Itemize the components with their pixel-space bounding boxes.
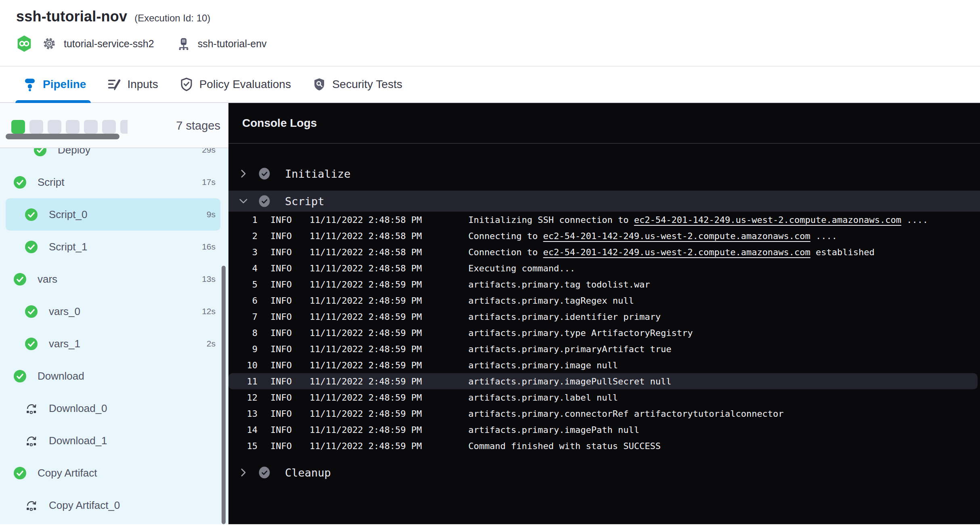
stage-row-vars-0[interactable]: vars_0 12s [6, 295, 220, 328]
log-level: INFO [270, 247, 292, 257]
stage-label: Download_0 [49, 402, 107, 415]
log-message-text: artifacts.primary.image null [468, 360, 618, 370]
stages-progress-header: 7 stages [0, 103, 228, 148]
stage-row-vars[interactable]: vars 13s [6, 263, 220, 295]
stage-row-copy-artifact[interactable]: Copy Artifact [6, 457, 220, 489]
log-level: INFO [270, 231, 292, 241]
stage-list: Deploy 29s Script 17s Script_0 9s Script… [0, 148, 228, 524]
tab-pipeline[interactable]: Pipeline [23, 67, 86, 102]
chevron-right-icon[interactable] [239, 169, 248, 178]
service-gear-icon [42, 36, 57, 51]
log-message: artifacts.primary.tagRegex null [468, 296, 634, 306]
log-section-script[interactable]: Script [228, 191, 980, 212]
log-message-text: artifacts.primary.imagePullSecret null [468, 376, 671, 386]
log-message: Initializing SSH connection to ec2-54-20… [468, 215, 928, 225]
inputs-icon [107, 77, 121, 92]
log-message-text: .... [810, 231, 837, 241]
stage-progress-square [66, 120, 80, 134]
chevron-right-icon[interactable] [239, 468, 248, 477]
tab-inputs-label: Inputs [127, 78, 158, 91]
log-host-link[interactable]: ec2-54-201-142-249.us-west-2.compute.ama… [634, 215, 901, 225]
success-icon [14, 176, 26, 189]
stage-row-vars-1[interactable]: vars_1 2s [6, 328, 220, 360]
tab-security-tests[interactable]: Security Tests [312, 67, 402, 102]
success-icon [14, 370, 26, 382]
stage-label: vars [38, 273, 57, 286]
log-line-number: 7 [228, 312, 258, 322]
log-line: 12INFO11/11/2022 2:48:59 PMartifacts.pri… [228, 389, 980, 405]
log-line: 2INFO11/11/2022 2:48:58 PMConnecting to … [228, 228, 980, 244]
stage-row-download[interactable]: Download [6, 360, 220, 392]
success-icon [25, 208, 38, 221]
environment-name[interactable]: ssh-tutorial-env [198, 38, 267, 50]
log-level: INFO [270, 425, 292, 435]
stage-progress-square [102, 120, 116, 134]
log-line-number: 11 [228, 376, 258, 386]
stage-label: Deploy [58, 148, 90, 156]
success-icon [25, 241, 38, 253]
log-section-initialize[interactable]: Initialize [228, 162, 980, 185]
log-message-text: artifacts.primary.connectorRef artifacto… [468, 409, 783, 419]
log-message-text: Connecting to [468, 231, 543, 241]
chevron-down-icon[interactable] [239, 197, 248, 206]
stages-vertical-scrollbar[interactable] [222, 266, 226, 524]
stage-label: vars_0 [49, 305, 80, 318]
log-message: Connection to ec2-54-201-142-249.us-west… [468, 247, 875, 257]
stages-horizontal-scrollbar[interactable] [6, 134, 119, 139]
log-timestamp: 11/11/2022 2:48:58 PM [310, 247, 422, 257]
log-line: 5INFO11/11/2022 2:48:59 PMartifacts.prim… [228, 276, 980, 292]
stage-label: Script [38, 176, 64, 189]
log-level: INFO [270, 376, 292, 386]
stage-row-copy-artifact-0[interactable]: Copy Artifact_0 [6, 489, 220, 521]
stage-row-script-1[interactable]: Script_1 16s [6, 231, 220, 263]
execution-header: ssh-tutorial-nov (Execution Id: 10) tuto… [0, 0, 980, 67]
log-message-text: artifacts.primary.identifier primary [468, 312, 661, 322]
log-timestamp: 11/11/2022 2:48:59 PM [310, 312, 422, 322]
pipeline-icon [23, 77, 37, 92]
main-split: 7 stages Deploy 29s Script 17s Script_0 … [0, 103, 980, 524]
stage-progress-square [11, 120, 25, 134]
log-section-cleanup[interactable]: Cleanup [228, 461, 980, 484]
log-message: artifacts.primary.imagePullSecret null [468, 376, 671, 386]
policy-shield-check-icon [179, 77, 194, 92]
log-message: Executing command... [468, 263, 575, 273]
log-host-link[interactable]: ec2-54-201-142-249.us-west-2.compute.ama… [543, 231, 810, 241]
service-name[interactable]: tutorial-service-ssh2 [64, 38, 154, 50]
log-line: 6INFO11/11/2022 2:48:59 PMartifacts.prim… [228, 292, 980, 309]
stage-duration: 13s [202, 274, 220, 284]
log-message-text: artifacts.primary.tag todolist.war [468, 279, 650, 290]
stage-row-download-1[interactable]: Download_1 [6, 424, 220, 457]
log-message: artifacts.primary.primaryArtifact true [468, 344, 671, 354]
log-host-link[interactable]: ec2-54-201-142-249.us-west-2.compute.ama… [543, 247, 810, 257]
log-message-text: artifacts.primary.imagePath null [468, 425, 639, 435]
console-header: Console Logs [228, 103, 980, 144]
tab-pipeline-label: Pipeline [43, 78, 86, 91]
log-timestamp: 11/11/2022 2:48:58 PM [310, 215, 422, 225]
stage-duration: 9s [207, 210, 220, 219]
log-level: INFO [270, 360, 292, 370]
log-level: INFO [270, 312, 292, 322]
tab-policy-evaluations[interactable]: Policy Evaluations [179, 67, 291, 102]
log-timestamp: 11/11/2022 2:48:58 PM [310, 231, 422, 241]
stage-row-deploy[interactable]: Deploy 29s [6, 148, 220, 166]
stage-row-script-0[interactable]: Script_0 9s [6, 198, 220, 231]
success-icon [14, 273, 26, 286]
security-shield-scan-icon [312, 77, 327, 92]
stage-duration: 2s [207, 339, 220, 349]
tab-inputs[interactable]: Inputs [107, 67, 158, 102]
success-icon [14, 467, 26, 479]
log-timestamp: 11/11/2022 2:48:59 PM [310, 409, 422, 419]
log-level: INFO [270, 409, 292, 419]
tab-policy-evaluations-label: Policy Evaluations [199, 78, 291, 91]
stage-duration: 16s [202, 242, 220, 252]
console-title: Console Logs [242, 117, 317, 130]
log-message: Connecting to ec2-54-201-142-249.us-west… [468, 231, 837, 241]
stage-label: Copy Artifact_0 [49, 499, 120, 512]
success-icon [25, 305, 38, 318]
section-label: Cleanup [285, 466, 331, 479]
stage-row-script[interactable]: Script 17s [6, 166, 220, 198]
log-level: INFO [270, 441, 292, 451]
stage-row-download-0[interactable]: Download_0 [6, 392, 220, 424]
log-message-text: Command finished with status SUCCESS [468, 441, 661, 451]
stage-label: Script_1 [49, 241, 87, 253]
